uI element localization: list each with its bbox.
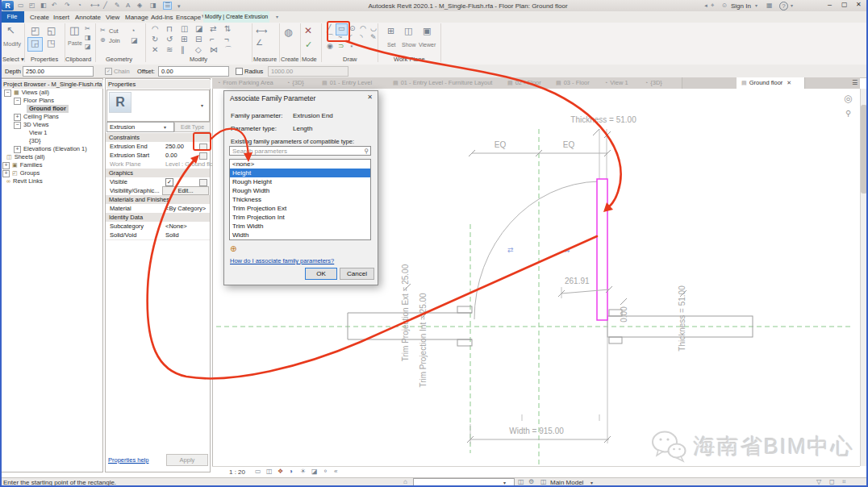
qat-undo-icon[interactable]: ↶ xyxy=(52,2,57,9)
expander-icon[interactable]: + xyxy=(14,146,21,153)
draw-fillet-icon[interactable]: ⌒ xyxy=(327,34,334,41)
ok-button[interactable]: OK xyxy=(305,268,337,280)
view-tab-3d-2[interactable]: ◔{3D} xyxy=(640,77,682,89)
expander-icon[interactable]: − xyxy=(4,89,11,97)
show-workplane-icon[interactable]: ◫ xyxy=(404,27,412,35)
depth-input[interactable]: 250.00 xyxy=(23,66,94,77)
project-browser-header[interactable]: Project Browser - M_Single-Flush.rfa xyxy=(2,80,103,89)
expander-icon[interactable]: + xyxy=(14,114,21,121)
zoom-tool-icon[interactable]: ⚲ xyxy=(845,110,851,118)
tab-manage[interactable]: Manage xyxy=(125,14,148,21)
associate-parameter-button[interactable] xyxy=(199,144,207,151)
panel-select-label[interactable]: Select ▾ xyxy=(2,56,24,63)
row-solid-void[interactable]: Solid/VoidSolid xyxy=(106,231,210,240)
paste-icon[interactable]: ◫ xyxy=(69,25,79,35)
qat-new-icon[interactable]: ▭ xyxy=(18,2,24,9)
visual-style-icon[interactable]: ◫ xyxy=(266,468,273,475)
crop-region-icon[interactable]: ◪ xyxy=(311,468,318,475)
help-icon[interactable]: ? xyxy=(779,2,788,10)
modify-grid-icon[interactable]: ◪ xyxy=(195,25,202,33)
set-workplane-icon[interactable]: ⊞ xyxy=(387,27,394,35)
list-item-trim-projection-ext[interactable]: Trim Projection Ext xyxy=(230,204,370,213)
expander-icon[interactable]: + xyxy=(2,162,10,169)
tab-overflow-icon[interactable]: ☰ xyxy=(852,80,858,86)
qat-3dview-icon[interactable]: ◈ xyxy=(137,2,142,9)
qat-tag-icon[interactable]: A xyxy=(126,2,130,9)
sun-path-icon[interactable]: ❖ xyxy=(278,468,283,475)
angle-icon[interactable]: ∠ xyxy=(256,39,263,47)
modify-grid-icon[interactable]: ⊓ xyxy=(166,25,173,33)
expander-icon[interactable]: − xyxy=(14,122,21,129)
view-scale[interactable]: 1 : 20 xyxy=(229,468,245,476)
reveal-hidden-icon[interactable]: « xyxy=(334,468,337,475)
draw-point-icon[interactable]: ⋆ xyxy=(349,43,354,50)
finish-sketch-icon[interactable]: ✓ xyxy=(305,40,312,49)
list-item-rough-height[interactable]: Rough Height xyxy=(230,177,370,186)
radius-checkbox[interactable] xyxy=(236,68,243,75)
draw-ellipse-icon[interactable]: ◉ xyxy=(327,43,333,50)
qat-open-icon[interactable]: ◰ xyxy=(29,2,35,9)
associate-parameter-button[interactable] xyxy=(199,179,207,186)
tree-item-floor-plans[interactable]: −Floor Plans xyxy=(14,97,54,105)
detail-level-icon[interactable]: ▭ xyxy=(255,468,261,475)
tree-item-views[interactable]: −▦Views (all) xyxy=(4,89,49,97)
associate-parameter-button[interactable] xyxy=(199,152,207,160)
hide-isolate-icon[interactable]: ⚬ xyxy=(323,468,328,475)
parameter-list[interactable]: <none> Height Rough Height Rough Width T… xyxy=(229,159,371,240)
tree-item-sheets[interactable]: ◫Sheets (all) xyxy=(6,153,45,161)
panel-toggle-icon[interactable]: ▾ xyxy=(276,15,278,19)
qat-overflow-icon[interactable]: ▾ xyxy=(177,3,181,9)
selection-count-icon[interactable]: ⌗ xyxy=(842,479,846,485)
measure-icon[interactable]: ⟷ xyxy=(256,27,267,35)
list-item-thickness[interactable]: Thickness xyxy=(230,195,370,204)
type-selector-caret-icon[interactable]: ▾ xyxy=(201,103,203,108)
list-item-trim-width[interactable]: Trim Width xyxy=(230,222,370,231)
tree-item-3d[interactable]: {3D} xyxy=(29,137,41,145)
tree-item-3d-views[interactable]: −3D Views xyxy=(14,121,49,129)
draw-pick-icon[interactable]: ✎ xyxy=(370,34,377,41)
list-item-none[interactable]: <none> xyxy=(230,160,370,169)
tab-modify-create-extrusion[interactable]: Modify | Create Extrusion xyxy=(203,11,269,23)
modify-grid-icon[interactable]: ⋈ xyxy=(210,46,218,54)
status-settings-icon[interactable]: ⚙ xyxy=(528,479,534,485)
modify-grid-icon[interactable]: ↺ xyxy=(166,35,173,44)
crop-view-icon[interactable]: ☀ xyxy=(300,468,306,475)
modify-grid-icon[interactable]: ✕ xyxy=(152,46,158,54)
modify-grid-icon[interactable]: ⇄ xyxy=(210,25,216,33)
list-item-rough-width[interactable]: Rough Width xyxy=(230,186,370,195)
search-icon[interactable]: ⌖ xyxy=(711,2,715,9)
view-tab-entry-level[interactable]: ▤01 - Entry Level xyxy=(317,77,397,89)
qat-section-icon[interactable]: ◨ xyxy=(150,2,156,9)
modify-grid-icon[interactable]: ∥ xyxy=(181,46,185,54)
sign-in-label[interactable]: Sign In xyxy=(731,2,751,10)
match-type-icon[interactable]: ◪ xyxy=(85,44,91,50)
cut-small-icon[interactable]: ✂ xyxy=(85,26,90,32)
tab-file[interactable]: File xyxy=(0,11,24,23)
status-worksets-icon[interactable]: ◫ xyxy=(518,479,524,485)
apply-button[interactable]: Apply xyxy=(166,454,208,466)
radius-input[interactable]: 1000.00 xyxy=(268,66,348,77)
modify-grid-icon[interactable]: ◠ xyxy=(152,25,159,33)
properties-header[interactable]: Properties xyxy=(106,80,211,89)
minimize-icon[interactable]: – xyxy=(828,2,832,9)
tab-insert[interactable]: Insert xyxy=(53,14,69,21)
tree-item-families[interactable]: +▣Families xyxy=(2,161,43,169)
view-tab-ground-floor[interactable]: ▤Ground floor✕ xyxy=(737,77,805,89)
modify-grid-icon[interactable]: ⊞ xyxy=(181,35,187,44)
modify-grid-icon[interactable]: ⌒ xyxy=(224,46,232,54)
title-prev-icon[interactable]: ◄ xyxy=(703,3,708,8)
show-label[interactable]: Show xyxy=(402,42,416,48)
coping-icon[interactable]: ◔ xyxy=(131,27,135,35)
edit-visibility-button[interactable]: Edit... xyxy=(162,186,209,195)
paste-label[interactable]: Paste xyxy=(68,40,82,46)
draw-partial-icon[interactable]: ◜ xyxy=(349,34,353,41)
help-caret-icon[interactable]: ▾ xyxy=(791,3,793,8)
family-types-icon[interactable]: ◱ xyxy=(47,26,56,35)
qat-line-icon[interactable]: ╱ xyxy=(103,2,107,9)
tree-item-groups[interactable]: +◰Groups xyxy=(2,169,40,177)
new-parameter-icon[interactable]: ⊕ xyxy=(230,244,236,253)
family-status-icon[interactable]: ⌂ xyxy=(403,479,407,485)
cancel-sketch-icon[interactable]: ✕ xyxy=(304,26,312,35)
tab-close-icon[interactable]: ✕ xyxy=(787,80,791,85)
cart-icon[interactable]: ▦ xyxy=(766,2,773,9)
